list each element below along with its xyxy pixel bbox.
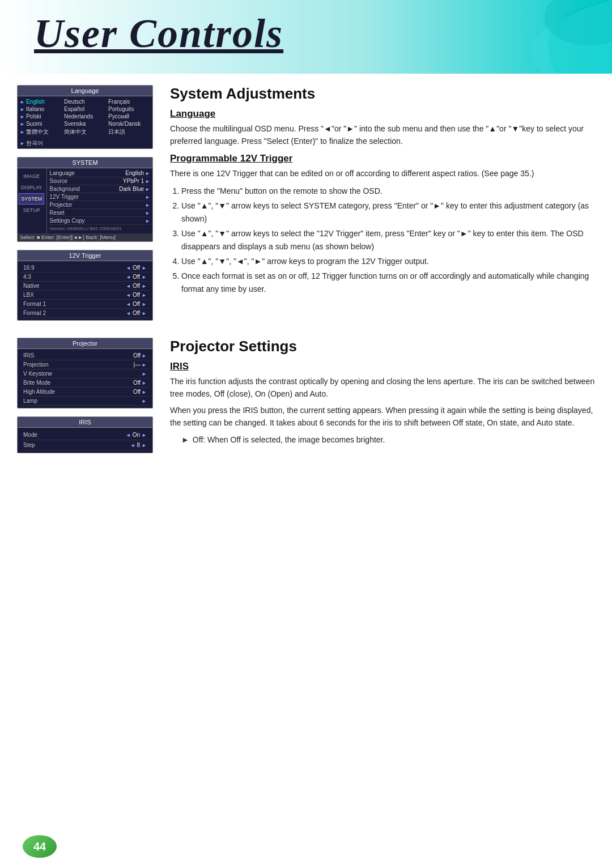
trigger-step-1: Press the "Menu" button on the remote to… bbox=[181, 185, 595, 197]
iris-body1: The iris function adjusts the contrast o… bbox=[170, 376, 595, 400]
sys-val-source: YPbPr 1 ► bbox=[123, 178, 150, 184]
lang-espanol: Español bbox=[64, 106, 106, 112]
iris-subtitle: IRIS bbox=[170, 361, 595, 372]
iris-row-step: Step ◄ 8 ► bbox=[21, 440, 149, 450]
proj-row-brite: Brite Mode Off ► bbox=[21, 378, 149, 388]
left-column-system: Language ►English Deutsch Français ►Ital… bbox=[17, 85, 153, 321]
sys-tab-setup: SETUP bbox=[19, 205, 44, 216]
page-title: User Controls bbox=[34, 10, 283, 57]
sys-val-reset: ► bbox=[145, 210, 150, 216]
sys-val-12v: ► bbox=[145, 194, 150, 200]
proj-val-lamp: ► bbox=[142, 398, 147, 404]
iris-osd-box: IRIS Mode ◄ On ► Step ◄ 8 ► bbox=[17, 416, 153, 453]
proj-row-iris: IRIS Off ► bbox=[21, 351, 149, 360]
sys-val-language: English ► bbox=[125, 170, 150, 176]
bullet-arrow-icon: ► bbox=[181, 434, 189, 446]
trigger-step-4: Use "▲", "▼", "◄", "►" arrow keys to pro… bbox=[181, 255, 595, 267]
trigger-row-lbx: LBX ◄ Off ► bbox=[21, 291, 149, 300]
page-number: 44 bbox=[33, 840, 46, 853]
sys-val-projector: ► bbox=[145, 202, 150, 208]
trigger-row-169: 16:9 ◄ Off ► bbox=[21, 263, 149, 273]
trigger-row-format1: Format 1 ◄ Off ► bbox=[21, 300, 149, 309]
sys-label-projector: Projector bbox=[49, 202, 72, 208]
iris-row-mode: Mode ◄ On ► bbox=[21, 430, 149, 440]
projector-osd-title: Projector bbox=[18, 338, 152, 349]
proj-row-vkeystone: V Keystone ► bbox=[21, 369, 149, 378]
system-main-content: Language English ► Source YPbPr 1 ► Back… bbox=[47, 168, 152, 233]
lang-russian: Русский bbox=[108, 113, 150, 120]
right-column-projector: Projector Settings IRIS The iris functio… bbox=[164, 338, 595, 453]
projector-settings-section: Projector IRIS Off ► Projection |— ► V K… bbox=[0, 332, 612, 459]
left-column-projector: Projector IRIS Off ► Projection |— ► V K… bbox=[17, 338, 153, 453]
system-sidebar: IMAGE DISPLAY SYSTEM SETUP bbox=[18, 168, 47, 233]
proj-label-altitude: High Altitude bbox=[23, 389, 55, 395]
system-section-title: System Adjustments bbox=[170, 85, 595, 103]
proj-label-vkeystone: V Keystone bbox=[23, 371, 52, 377]
proj-val-vkeystone: ► bbox=[142, 371, 147, 377]
trigger-osd-title: 12V Trigger bbox=[18, 250, 152, 261]
iris-bullets: ► Off: When Off is selected, the image b… bbox=[170, 434, 595, 446]
trigger-ctrl-format2: ◄ Off ► bbox=[126, 310, 147, 316]
trigger-label-native: Native bbox=[23, 283, 39, 289]
lang-traditional-chinese: ►繁體中文 bbox=[20, 128, 62, 136]
trigger-ctrl-43: ◄ Off ► bbox=[126, 274, 147, 280]
sys-label-source: Source bbox=[49, 178, 67, 184]
lang-portugues: Português bbox=[108, 106, 150, 112]
proj-row-lamp: Lamp ► bbox=[21, 397, 149, 406]
projector-section-title: Projector Settings bbox=[170, 338, 595, 355]
sys-row-reset: Reset ► bbox=[49, 209, 150, 217]
trigger-label-format1: Format 1 bbox=[23, 301, 46, 307]
trigger-intro: There is one 12V Trigger that can be edi… bbox=[170, 168, 595, 180]
proj-label-lamp: Lamp bbox=[23, 398, 37, 404]
lang-suomi: ►Suomi bbox=[20, 121, 62, 127]
lang-japanese: 日本語 bbox=[108, 128, 150, 136]
trigger-ctrl-format1: ◄ Off ► bbox=[126, 301, 147, 307]
sys-row-settings-copy: Settings Copy ► bbox=[49, 217, 150, 225]
proj-label-brite: Brite Mode bbox=[23, 380, 50, 386]
proj-val-projection: |— ► bbox=[133, 361, 147, 368]
trigger-row-43: 4:3 ◄ Off ► bbox=[21, 273, 149, 282]
sys-tab-image: IMAGE bbox=[19, 171, 44, 182]
trigger-row-native: Native ◄ Off ► bbox=[21, 282, 149, 291]
lang-korean: ►한국어 bbox=[18, 138, 152, 148]
sys-val-background: Dark Blue ► bbox=[119, 186, 150, 192]
trigger-osd-body: 16:9 ◄ Off ► 4:3 ◄ Off ► Native ◄ Off ► … bbox=[18, 261, 152, 320]
sys-label-language: Language bbox=[49, 170, 75, 176]
sys-row-12v: 12V Trigger ► bbox=[49, 193, 150, 201]
trigger-step-5: Once each format is set as on or off, 12… bbox=[181, 270, 595, 295]
trigger-steps-list: Press the "Menu" button on the remote to… bbox=[170, 185, 595, 295]
iris-label-mode: Mode bbox=[23, 432, 37, 438]
page-header: User Controls bbox=[0, 0, 612, 74]
sys-row-background: Background Dark Blue ► bbox=[49, 185, 150, 193]
system-layout: IMAGE DISPLAY SYSTEM SETUP Language Engl… bbox=[18, 168, 152, 233]
trigger-label-format2: Format 2 bbox=[23, 310, 46, 316]
iris-ctrl-mode: ◄ On ► bbox=[126, 432, 147, 438]
trigger-ctrl-lbx: ◄ Off ► bbox=[126, 292, 147, 298]
sys-version-text: Version: HD8000-U B02 2006/08/01 bbox=[49, 225, 150, 232]
iris-bullet-off-text: Off: When Off is selected, the image bec… bbox=[193, 434, 385, 446]
sys-row-source: Source YPbPr 1 ► bbox=[49, 177, 150, 185]
trigger-step-3: Use "▲", "▼" arrow keys to select the "1… bbox=[181, 227, 595, 253]
proj-label-iris: IRIS bbox=[23, 352, 34, 359]
lang-polski: ►Polski bbox=[20, 113, 62, 120]
projector-osd-body: IRIS Off ► Projection |— ► V Keystone ► … bbox=[18, 349, 152, 408]
trigger-subtitle: Programmable 12V Trigger bbox=[170, 153, 595, 164]
lang-deutsch: Deutsch bbox=[64, 99, 106, 105]
sys-label-12v: 12V Trigger bbox=[49, 194, 79, 200]
iris-osd-body: Mode ◄ On ► Step ◄ 8 ► bbox=[18, 428, 152, 453]
lang-simplified-chinese: 简体中文 bbox=[64, 128, 106, 136]
projector-osd-box: Projector IRIS Off ► Projection |— ► V K… bbox=[17, 338, 153, 409]
trigger-ctrl-169: ◄ Off ► bbox=[126, 265, 147, 271]
system-osd-box: SYSTEM IMAGE DISPLAY SYSTEM SETUP Langua… bbox=[17, 157, 153, 242]
language-grid: ►English Deutsch Français ►Italiano Espa… bbox=[18, 96, 152, 138]
proj-val-brite: Off ► bbox=[133, 380, 147, 386]
language-body: Choose the multilingual OSD menu. Press … bbox=[170, 123, 595, 147]
sys-tab-system: SYSTEM bbox=[19, 193, 44, 205]
proj-row-altitude: High Altitude Off ► bbox=[21, 388, 149, 397]
language-subtitle: Language bbox=[170, 108, 595, 120]
trigger-step-2: Use "▲", "▼" arrow keys to select SYSTEM… bbox=[181, 199, 595, 225]
lang-italiano: ►Italiano bbox=[20, 106, 62, 112]
sys-label-settings-copy: Settings Copy bbox=[49, 218, 84, 224]
iris-body2: When you press the IRIS button, the curr… bbox=[170, 405, 595, 429]
proj-val-iris: Off ► bbox=[133, 352, 147, 359]
